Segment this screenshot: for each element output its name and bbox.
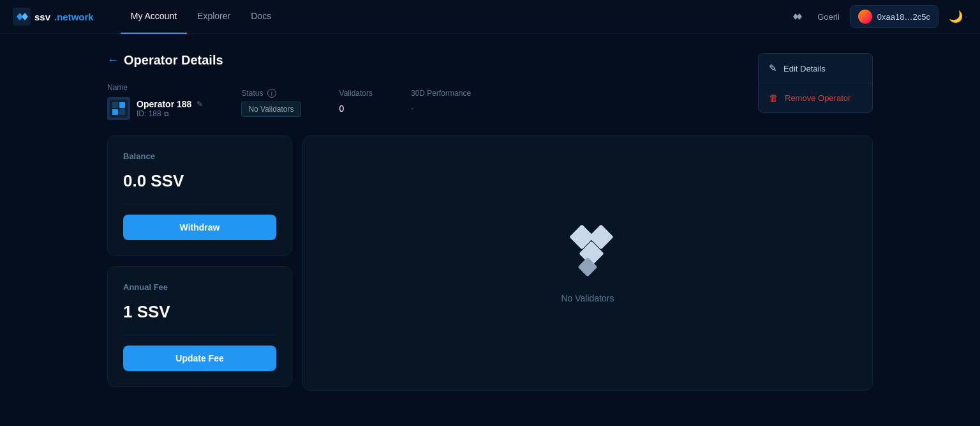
dropdown-menu: ✎ Edit Details 🗑 Remove Operator — [758, 53, 873, 113]
svg-rect-9 — [119, 109, 125, 115]
status-label: Status i — [241, 89, 301, 98]
nav-my-account[interactable]: My Account — [121, 0, 187, 34]
ssv-logo-decoration — [559, 223, 616, 280]
edit-details-icon: ✎ — [769, 63, 777, 74]
nav-explorer[interactable]: Explorer — [187, 0, 241, 34]
svg-rect-5 — [110, 100, 128, 118]
balance-card: Balance 0.0 SSV Withdraw — [107, 135, 292, 256]
no-validators-text: No Validators — [561, 293, 614, 303]
operator-avatar — [107, 97, 130, 120]
fee-divider — [123, 335, 276, 335]
page-title: Operator Details — [124, 53, 223, 68]
theme-icon: 🌙 — [949, 10, 963, 24]
withdraw-button[interactable]: Withdraw — [123, 215, 276, 240]
performance-col: 30D Performance - — [411, 89, 471, 114]
validators-value: 0 — [339, 103, 345, 114]
cards-row: Balance 0.0 SSV Withdraw Annual Fee 1 SS… — [107, 135, 873, 391]
operator-name-block: Operator 188 ✎ ID: 188 ⧉ — [107, 97, 203, 120]
navbar: ssv.network My Account Explorer Docs Goe… — [0, 0, 980, 34]
main-content: ← Operator Details Name — [0, 34, 980, 410]
balance-card-title: Balance — [123, 151, 276, 161]
operator-header-left: ← Operator Details Name — [107, 53, 471, 120]
wallet-address: 0xaa18…2c5c — [877, 12, 930, 22]
nav-docs[interactable]: Docs — [241, 0, 281, 34]
operator-info-row: Name — [107, 83, 471, 120]
theme-toggle[interactable]: 🌙 · — [949, 10, 967, 24]
edit-details-label: Edit Details — [783, 64, 826, 73]
status-badge: No Validators — [241, 102, 301, 117]
svg-rect-7 — [119, 102, 125, 108]
edit-name-icon[interactable]: ✎ — [197, 100, 203, 109]
balance-value: 0.0 SSV — [123, 171, 276, 191]
ssv-icon-btn[interactable] — [788, 7, 807, 26]
fee-card: Annual Fee 1 SSV Update Fee — [107, 266, 292, 387]
status-info-icon[interactable]: i — [267, 89, 276, 98]
nav-right: Goerli 0xaa18…2c5c 🌙 · — [788, 5, 967, 28]
network-selector[interactable]: Goerli — [817, 12, 840, 22]
svg-rect-8 — [112, 109, 118, 115]
copy-id-icon[interactable]: ⧉ — [164, 110, 169, 118]
validators-col: Validators 0 — [339, 89, 373, 114]
nav-links: My Account Explorer Docs — [121, 0, 768, 34]
back-link[interactable]: ← Operator Details — [107, 53, 471, 68]
wallet-avatar — [858, 10, 872, 24]
back-arrow-icon: ← — [107, 54, 119, 67]
status-col: Status i No Validators — [241, 89, 301, 115]
update-fee-button[interactable]: Update Fee — [123, 346, 276, 371]
name-col: Name — [107, 83, 203, 120]
remove-operator-label: Remove Operator — [785, 93, 850, 103]
performance-label: 30D Performance — [411, 89, 471, 98]
name-label: Name — [107, 83, 203, 92]
logo[interactable]: ssv.network — [13, 8, 94, 26]
logo-dot: .network — [54, 11, 94, 22]
svg-marker-4 — [797, 13, 802, 20]
edit-details-item[interactable]: ✎ Edit Details — [759, 54, 872, 84]
balance-divider — [123, 204, 276, 204]
remove-operator-item[interactable]: 🗑 Remove Operator — [759, 84, 872, 112]
svg-rect-6 — [112, 102, 118, 108]
logo-name: ssv — [34, 11, 50, 22]
fee-value: 1 SSV — [123, 302, 276, 322]
performance-value: - — [411, 103, 414, 114]
operator-header: ← Operator Details Name — [107, 53, 873, 120]
operator-name: Operator 188 — [137, 99, 191, 109]
wallet-button[interactable]: 0xaa18…2c5c — [850, 5, 939, 28]
validators-panel: No Validators — [302, 135, 873, 391]
left-cards: Balance 0.0 SSV Withdraw Annual Fee 1 SS… — [107, 135, 292, 391]
fee-card-title: Annual Fee — [123, 282, 276, 292]
remove-operator-icon: 🗑 — [769, 93, 778, 103]
operator-id-text: ID: 188 — [137, 109, 161, 118]
validators-label: Validators — [339, 89, 373, 98]
